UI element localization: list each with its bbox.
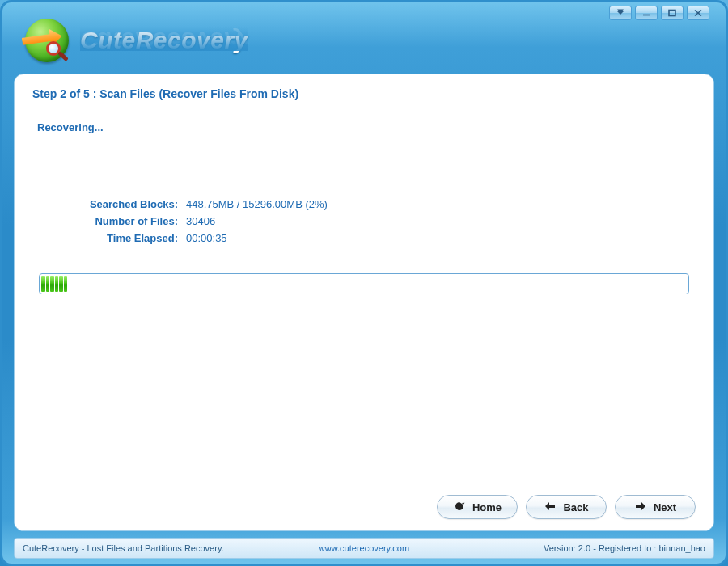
stat-number-of-files: Number of Files: 30406 (45, 215, 696, 227)
main-panel: Step 2 of 5 : Scan Files (Recover Files … (14, 74, 714, 531)
stat-value: 00:00:35 (186, 232, 227, 244)
scan-stats: Searched Blocks: 448.75MB / 15296.00MB (… (45, 198, 696, 249)
stat-value: 448.75MB / 15296.00MB (2%) (186, 198, 328, 210)
step-status: Recovering... (37, 121, 696, 133)
home-button[interactable]: Home (437, 495, 518, 519)
minimize-button[interactable] (635, 6, 658, 20)
app-title: CuteRecovery (80, 27, 248, 54)
svg-rect-1 (669, 11, 675, 16)
footer-version: Version: 2.0 - Registered to : binnan_ha… (478, 543, 705, 553)
arrow-right-icon (634, 501, 647, 514)
progress-bar (39, 273, 689, 294)
footer-tagline: CuteRecovery - Lost Files and Partitions… (23, 543, 250, 553)
back-button[interactable]: Back (526, 495, 607, 519)
stat-time-elapsed: Time Elapsed: 00:00:35 (45, 232, 696, 244)
refresh-icon (453, 501, 466, 514)
arrow-left-icon (544, 501, 557, 514)
window-controls (609, 6, 709, 20)
app-logo: CuteRecovery CuteRecovery (25, 19, 248, 62)
app-window: CuteRecovery CuteRecovery Step 2 of 5 : … (0, 0, 728, 566)
button-label: Home (472, 501, 502, 513)
footer-link[interactable]: www.cuterecovery.com (250, 543, 477, 553)
status-bar: CuteRecovery - Lost Files and Partitions… (14, 538, 714, 559)
button-label: Back (563, 501, 588, 513)
stat-label: Number of Files: (45, 215, 186, 227)
stat-value: 30406 (186, 215, 215, 227)
stat-label: Searched Blocks: (45, 198, 186, 210)
next-button[interactable]: Next (615, 495, 696, 519)
logo-icon (25, 19, 69, 62)
stat-label: Time Elapsed: (45, 232, 186, 244)
maximize-button[interactable] (661, 6, 684, 20)
step-heading: Step 2 of 5 : Scan Files (Recover Files … (32, 87, 696, 100)
wizard-buttons: Home Back Next (437, 495, 696, 519)
header-bar: CuteRecovery CuteRecovery (2, 2, 726, 74)
dropdown-button[interactable] (609, 6, 632, 20)
progress-fill (41, 276, 67, 292)
close-button[interactable] (687, 6, 709, 20)
button-label: Next (654, 501, 676, 513)
stat-searched-blocks: Searched Blocks: 448.75MB / 15296.00MB (… (45, 198, 696, 210)
